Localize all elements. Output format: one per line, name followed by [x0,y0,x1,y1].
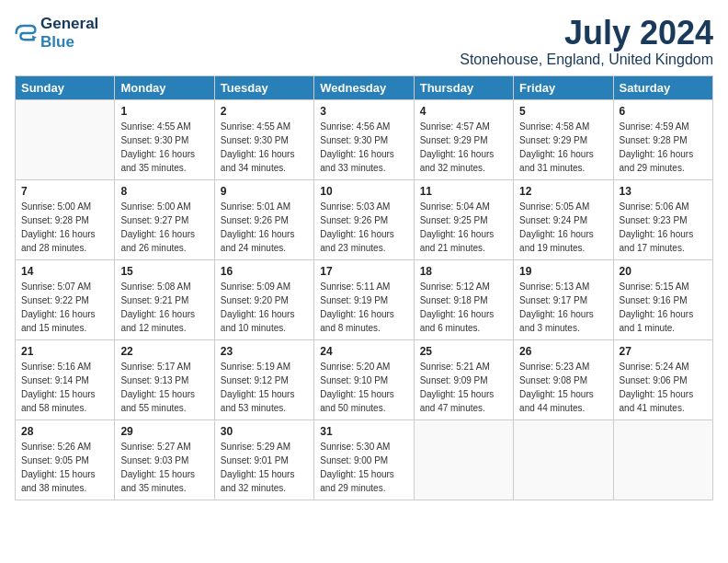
calendar-cell: 20Sunrise: 5:15 AM Sunset: 9:16 PM Dayli… [613,259,712,339]
day-info: Sunrise: 5:01 AM Sunset: 9:26 PM Dayligh… [221,200,308,255]
logo-text: General Blue [40,15,98,52]
day-number: 16 [221,265,308,278]
calendar-cell: 11Sunrise: 5:04 AM Sunset: 9:25 PM Dayli… [414,179,513,259]
day-number: 15 [120,265,208,278]
day-info: Sunrise: 5:08 AM Sunset: 9:21 PM Dayligh… [120,280,208,335]
calendar-cell: 18Sunrise: 5:12 AM Sunset: 9:18 PM Dayli… [414,259,513,339]
calendar-cell: 6Sunrise: 4:59 AM Sunset: 9:28 PM Daylig… [613,99,712,179]
calendar-cell: 22Sunrise: 5:17 AM Sunset: 9:13 PM Dayli… [115,339,214,419]
day-info: Sunrise: 5:00 AM Sunset: 9:27 PM Dayligh… [120,200,208,255]
day-number: 22 [120,345,208,358]
calendar-cell: 15Sunrise: 5:08 AM Sunset: 9:21 PM Dayli… [115,259,214,339]
calendar-cell: 4Sunrise: 4:57 AM Sunset: 9:29 PM Daylig… [414,99,513,179]
calendar-cell: 10Sunrise: 5:03 AM Sunset: 9:26 PM Dayli… [314,179,414,259]
month-title: July 2024 [460,15,713,52]
day-info: Sunrise: 4:58 AM Sunset: 9:29 PM Dayligh… [519,120,607,175]
day-info: Sunrise: 5:17 AM Sunset: 9:13 PM Dayligh… [120,360,208,415]
calendar-cell: 14Sunrise: 5:07 AM Sunset: 9:22 PM Dayli… [16,259,115,339]
calendar-cell: 27Sunrise: 5:24 AM Sunset: 9:06 PM Dayli… [613,339,712,419]
day-number: 4 [420,105,507,118]
calendar-cell: 13Sunrise: 5:06 AM Sunset: 9:23 PM Dayli… [613,179,712,259]
calendar-cell [613,419,712,500]
title-block: July 2024 Stonehouse, England, United Ki… [460,15,713,68]
day-info: Sunrise: 5:11 AM Sunset: 9:19 PM Dayligh… [320,280,407,335]
column-header-saturday: Saturday [613,75,712,99]
calendar-cell: 21Sunrise: 5:16 AM Sunset: 9:14 PM Dayli… [16,339,115,419]
calendar-cell: 24Sunrise: 5:20 AM Sunset: 9:10 PM Dayli… [314,339,414,419]
day-number: 9 [221,185,308,198]
page-header: General Blue July 2024 Stonehouse, Engla… [15,15,713,68]
calendar-week-3: 14Sunrise: 5:07 AM Sunset: 9:22 PM Dayli… [16,259,713,339]
day-info: Sunrise: 5:12 AM Sunset: 9:18 PM Dayligh… [420,280,507,335]
column-header-friday: Friday [514,75,613,99]
calendar-cell: 1Sunrise: 4:55 AM Sunset: 9:30 PM Daylig… [115,99,214,179]
day-number: 13 [620,185,707,198]
calendar-cell: 31Sunrise: 5:30 AM Sunset: 9:00 PM Dayli… [314,419,414,500]
logo: General Blue [15,15,98,52]
day-number: 8 [120,185,208,198]
day-number: 24 [320,345,407,358]
day-info: Sunrise: 5:16 AM Sunset: 9:14 PM Dayligh… [21,360,108,415]
day-number: 28 [21,425,108,438]
day-info: Sunrise: 4:57 AM Sunset: 9:29 PM Dayligh… [420,120,507,175]
calendar-week-5: 28Sunrise: 5:26 AM Sunset: 9:05 PM Dayli… [16,419,713,500]
column-header-wednesday: Wednesday [314,75,414,99]
day-info: Sunrise: 5:05 AM Sunset: 9:24 PM Dayligh… [519,200,607,255]
day-info: Sunrise: 5:27 AM Sunset: 9:03 PM Dayligh… [120,440,208,495]
day-info: Sunrise: 5:30 AM Sunset: 9:00 PM Dayligh… [320,440,407,495]
calendar-cell: 30Sunrise: 5:29 AM Sunset: 9:01 PM Dayli… [214,419,313,500]
day-info: Sunrise: 5:15 AM Sunset: 9:16 PM Dayligh… [620,280,707,335]
day-info: Sunrise: 5:06 AM Sunset: 9:23 PM Dayligh… [620,200,707,255]
day-info: Sunrise: 5:23 AM Sunset: 9:08 PM Dayligh… [519,360,607,415]
calendar-cell: 5Sunrise: 4:58 AM Sunset: 9:29 PM Daylig… [514,99,613,179]
day-number: 27 [620,345,707,358]
day-info: Sunrise: 5:29 AM Sunset: 9:01 PM Dayligh… [221,440,308,495]
day-number: 30 [221,425,308,438]
calendar-cell: 26Sunrise: 5:23 AM Sunset: 9:08 PM Dayli… [514,339,613,419]
day-number: 20 [620,265,707,278]
calendar-cell: 9Sunrise: 5:01 AM Sunset: 9:26 PM Daylig… [214,179,313,259]
calendar-cell: 3Sunrise: 4:56 AM Sunset: 9:30 PM Daylig… [314,99,414,179]
day-number: 23 [221,345,308,358]
day-number: 1 [120,105,208,118]
day-info: Sunrise: 4:55 AM Sunset: 9:30 PM Dayligh… [221,120,308,175]
day-number: 3 [320,105,407,118]
logo-icon [15,22,37,44]
day-info: Sunrise: 4:55 AM Sunset: 9:30 PM Dayligh… [120,120,208,175]
day-info: Sunrise: 5:03 AM Sunset: 9:26 PM Dayligh… [320,200,407,255]
day-number: 31 [320,425,407,438]
day-number: 18 [420,265,507,278]
calendar-cell: 8Sunrise: 5:00 AM Sunset: 9:27 PM Daylig… [115,179,214,259]
calendar-cell [514,419,613,500]
calendar-header-row: SundayMondayTuesdayWednesdayThursdayFrid… [16,75,713,99]
day-info: Sunrise: 5:04 AM Sunset: 9:25 PM Dayligh… [420,200,507,255]
column-header-sunday: Sunday [16,75,115,99]
location-subtitle: Stonehouse, England, United Kingdom [460,52,713,68]
calendar-cell: 23Sunrise: 5:19 AM Sunset: 9:12 PM Dayli… [214,339,313,419]
calendar-cell: 2Sunrise: 4:55 AM Sunset: 9:30 PM Daylig… [214,99,313,179]
calendar-body: 1Sunrise: 4:55 AM Sunset: 9:30 PM Daylig… [16,99,713,500]
day-number: 11 [420,185,507,198]
day-number: 29 [120,425,208,438]
day-info: Sunrise: 4:59 AM Sunset: 9:28 PM Dayligh… [620,120,707,175]
day-number: 21 [21,345,108,358]
column-header-thursday: Thursday [414,75,513,99]
day-number: 7 [21,185,108,198]
calendar-cell: 7Sunrise: 5:00 AM Sunset: 9:28 PM Daylig… [16,179,115,259]
calendar-week-4: 21Sunrise: 5:16 AM Sunset: 9:14 PM Dayli… [16,339,713,419]
day-info: Sunrise: 5:00 AM Sunset: 9:28 PM Dayligh… [21,200,108,255]
calendar-cell: 17Sunrise: 5:11 AM Sunset: 9:19 PM Dayli… [314,259,414,339]
calendar-cell: 29Sunrise: 5:27 AM Sunset: 9:03 PM Dayli… [115,419,214,500]
calendar-cell: 19Sunrise: 5:13 AM Sunset: 9:17 PM Dayli… [514,259,613,339]
day-number: 2 [221,105,308,118]
day-info: Sunrise: 5:21 AM Sunset: 9:09 PM Dayligh… [420,360,507,415]
day-info: Sunrise: 5:13 AM Sunset: 9:17 PM Dayligh… [519,280,607,335]
day-info: Sunrise: 5:24 AM Sunset: 9:06 PM Dayligh… [620,360,707,415]
column-header-tuesday: Tuesday [214,75,313,99]
day-number: 25 [420,345,507,358]
day-number: 6 [620,105,707,118]
day-number: 5 [519,105,607,118]
calendar-table: SundayMondayTuesdayWednesdayThursdayFrid… [15,75,713,500]
day-info: Sunrise: 5:07 AM Sunset: 9:22 PM Dayligh… [21,280,108,335]
day-number: 19 [519,265,607,278]
